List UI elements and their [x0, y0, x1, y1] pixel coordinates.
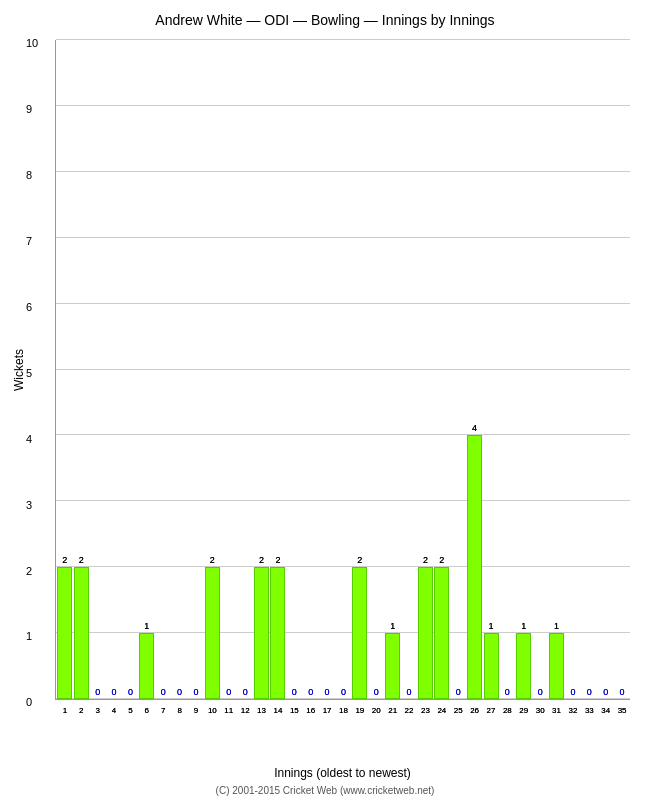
x-axis-title: Innings (oldest to newest) [55, 766, 630, 780]
bar-value-label: 0 [620, 687, 625, 697]
x-tick-label: 33 [585, 706, 594, 715]
x-tick-label: 25 [454, 706, 463, 715]
x-tick-label: 15 [290, 706, 299, 715]
bar-value-label: 0 [308, 687, 313, 697]
x-tick-label: 32 [568, 706, 577, 715]
x-tick-label: 18 [339, 706, 348, 715]
bar-value-label: 1 [554, 621, 559, 631]
y-tick-label: 5 [26, 367, 32, 379]
x-tick-label: 35 [618, 706, 627, 715]
x-tick-label: 12 [241, 706, 250, 715]
x-tick-label: 27 [487, 706, 496, 715]
x-tick-label: 21 [388, 706, 397, 715]
y-tick-label: 10 [26, 37, 38, 49]
bar [254, 567, 269, 699]
bar [549, 633, 564, 699]
x-tick-label: 34 [601, 706, 610, 715]
x-tick-label: 20 [372, 706, 381, 715]
y-tick-label: 6 [26, 301, 32, 313]
bar-value-label: 0 [603, 687, 608, 697]
bar [516, 633, 531, 699]
y-tick-label: 8 [26, 169, 32, 181]
y-tick-label: 9 [26, 103, 32, 115]
bar [270, 567, 285, 699]
x-tick-label: 4 [112, 706, 116, 715]
x-tick-label: 23 [421, 706, 430, 715]
y-tick-label: 1 [26, 630, 32, 642]
x-tick-label: 28 [503, 706, 512, 715]
x-tick-label: 7 [161, 706, 165, 715]
x-tick-label: 6 [145, 706, 149, 715]
bar-value-label: 0 [95, 687, 100, 697]
y-tick-label: 3 [26, 499, 32, 511]
bar [205, 567, 220, 699]
grid-line [56, 369, 630, 370]
x-tick-label: 3 [95, 706, 99, 715]
x-tick-label: 30 [536, 706, 545, 715]
bar-value-label: 0 [226, 687, 231, 697]
bar-value-label: 2 [210, 555, 215, 565]
x-tick-label: 29 [519, 706, 528, 715]
bar-value-label: 1 [488, 621, 493, 631]
bar-value-label: 2 [439, 555, 444, 565]
grid-line [56, 434, 630, 435]
bar [352, 567, 367, 699]
bar [434, 567, 449, 699]
bar [385, 633, 400, 699]
x-tick-label: 24 [437, 706, 446, 715]
y-tick-label: 2 [26, 565, 32, 577]
grid-line [56, 237, 630, 238]
bar [418, 567, 433, 699]
chart-title: Andrew White — ODI — Bowling — Innings b… [0, 0, 650, 32]
bar [57, 567, 72, 699]
bar-value-label: 0 [374, 687, 379, 697]
bar-value-label: 0 [292, 687, 297, 697]
bar-value-label: 1 [144, 621, 149, 631]
bar-value-label: 0 [538, 687, 543, 697]
bar-value-label: 0 [505, 687, 510, 697]
bar-value-label: 0 [341, 687, 346, 697]
bar-value-label: 0 [325, 687, 330, 697]
grid-line [56, 566, 630, 567]
bar-value-label: 1 [390, 621, 395, 631]
x-tick-label: 26 [470, 706, 479, 715]
bar-value-label: 0 [128, 687, 133, 697]
grid-line [56, 105, 630, 106]
bar [139, 633, 154, 699]
x-tick-label: 9 [194, 706, 198, 715]
x-tick-label: 17 [323, 706, 332, 715]
bar-value-label: 4 [472, 423, 477, 433]
x-tick-label: 2 [79, 706, 83, 715]
bar-value-label: 2 [275, 555, 280, 565]
chart-area: 0123456789102122030405160708092100110122… [55, 40, 630, 700]
bar-value-label: 0 [456, 687, 461, 697]
bar-value-label: 2 [423, 555, 428, 565]
x-tick-label: 5 [128, 706, 132, 715]
y-tick-label: 0 [26, 696, 32, 708]
bar-value-label: 0 [570, 687, 575, 697]
bar-value-label: 0 [193, 687, 198, 697]
x-tick-label: 14 [273, 706, 282, 715]
x-tick-label: 1 [63, 706, 67, 715]
grid-line [56, 303, 630, 304]
x-tick-label: 16 [306, 706, 315, 715]
footer: (C) 2001-2015 Cricket Web (www.cricketwe… [0, 785, 650, 796]
bar-value-label: 2 [62, 555, 67, 565]
x-tick-label: 10 [208, 706, 217, 715]
grid-line [56, 500, 630, 501]
bar-value-label: 0 [587, 687, 592, 697]
bar-value-label: 0 [177, 687, 182, 697]
x-tick-label: 19 [355, 706, 364, 715]
chart-container: Andrew White — ODI — Bowling — Innings b… [0, 0, 650, 800]
bar [484, 633, 499, 699]
bar-value-label: 2 [79, 555, 84, 565]
bar [74, 567, 89, 699]
x-tick-label: 22 [405, 706, 414, 715]
y-tick-label: 4 [26, 433, 32, 445]
y-tick-label: 7 [26, 235, 32, 247]
bar-value-label: 0 [112, 687, 117, 697]
bar-value-label: 2 [357, 555, 362, 565]
bar-value-label: 2 [259, 555, 264, 565]
bar [467, 435, 482, 699]
bar-value-label: 0 [161, 687, 166, 697]
